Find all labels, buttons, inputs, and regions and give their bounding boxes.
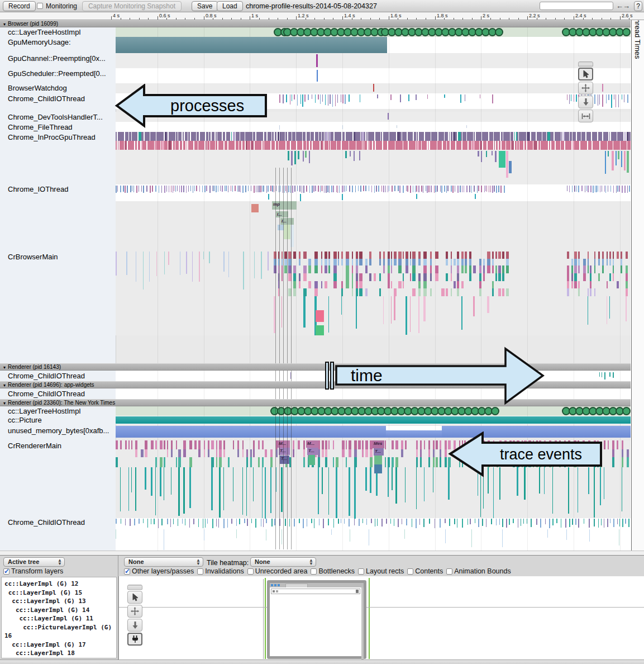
- palette-grip[interactable]: [578, 61, 593, 67]
- layer-tree-item[interactable]: cc::LayerImpl (G) 17: [4, 641, 116, 649]
- thread-label: BrowserWatchdog: [8, 84, 114, 92]
- track-cc-picture[interactable]: [116, 416, 631, 424]
- thread-times-panel[interactable]: Thread Times: [631, 12, 644, 551]
- track-chrome-inprocgputhread[interactable]: [116, 132, 631, 184]
- load-button[interactable]: Load: [217, 1, 243, 11]
- timeline-ruler[interactable]: 4 s0.6 s0.8 s1 s1.2 s1.4 s1.6 s1.8 s2 s2…: [0, 12, 644, 20]
- counter-bar[interactable]: [116, 426, 386, 438]
- help-button[interactable]: ?: [634, 1, 642, 11]
- thread-label: CrRendererMain: [8, 442, 114, 450]
- pan-tool-button[interactable]: [127, 605, 142, 618]
- frame-circle-event[interactable]: [622, 407, 631, 415]
- trace-event-tick[interactable]: [509, 161, 512, 173]
- trace-event-slice[interactable]: I...: [276, 211, 288, 217]
- ruler-tick-label: 1.8 s: [437, 13, 448, 18]
- quad-green-edge-left: [265, 578, 266, 659]
- trace-event-tick[interactable]: [373, 84, 374, 92]
- option-checkbox-bottlenecks[interactable]: [311, 568, 317, 575]
- trace-event-tick[interactable]: [308, 455, 315, 465]
- capture-monitoring-snapshot-button[interactable]: Capture Monitoring Snapshot: [82, 1, 182, 11]
- tile-heatmap-select[interactable]: None▲▼: [250, 557, 316, 567]
- layer-select[interactable]: None▲▼: [124, 557, 203, 567]
- search-input[interactable]: [540, 2, 613, 10]
- layer-quad-viewer[interactable]: [118, 576, 644, 660]
- trace-event-slice[interactable]: Mes: [373, 440, 384, 448]
- counter-bar[interactable]: [386, 430, 442, 438]
- track-gpuscheduler-preempted-0-[interactable]: [116, 68, 631, 83]
- counter-bar[interactable]: [116, 37, 387, 53]
- record-button[interactable]: Record: [3, 1, 36, 11]
- trace-event-tick[interactable]: [374, 464, 382, 473]
- process-header[interactable]: ▾Browser (pid 16099): [0, 20, 631, 27]
- trace-event-tick[interactable]: [316, 54, 318, 67]
- cursor-tool-button[interactable]: [578, 68, 593, 80]
- frame-circle-event[interactable]: [491, 407, 499, 415]
- trace-event-slice[interactable]: M...: [306, 440, 318, 448]
- trace-event-slice[interactable]: T...: [374, 448, 384, 456]
- trace-event-slice[interactable]: T...: [279, 448, 290, 455]
- layer-tree-item[interactable]: cc::LayerImpl (G) 11: [4, 614, 116, 623]
- layer-tree-list[interactable]: cc::LayerImpl (G) 12 cc::LayerImpl (G) 1…: [1, 577, 117, 658]
- track-chrome-iothread[interactable]: [116, 184, 631, 201]
- transform-layers-checkbox[interactable]: [3, 568, 9, 575]
- option-checkbox-animation-bounds[interactable]: [446, 568, 452, 575]
- track-cc-layertreehostimpl[interactable]: [116, 406, 631, 416]
- trace-event-slice[interactable]: T...: [307, 448, 318, 455]
- track-cc-layertreehostimpl[interactable]: [116, 27, 631, 37]
- track-chrome-childiothread[interactable]: [116, 518, 631, 551]
- option-checkbox-invalidations[interactable]: [197, 568, 203, 575]
- layer-tree-item[interactable]: cc::LayerImpl (G) 12: [4, 580, 116, 589]
- trace-event-tick[interactable]: [316, 325, 324, 335]
- collapse-triangle-icon[interactable]: ▾: [3, 383, 6, 388]
- track-crbrowsermain[interactable]: inpI...I...: [116, 201, 631, 335]
- zoom-vertical-tool-button[interactable]: [578, 96, 593, 108]
- option-checkbox-other-layers-passes[interactable]: [124, 568, 130, 575]
- pan-tool-button[interactable]: [578, 82, 593, 94]
- track-gpuchannel-preempting-0x-[interactable]: [116, 53, 631, 68]
- cursor-tool-button[interactable]: [127, 591, 142, 604]
- trace-event-tick[interactable]: [506, 151, 508, 178]
- frame-circle-event[interactable]: [622, 28, 631, 36]
- layer-tree-item[interactable]: cc::LayerImpl (G) 13: [4, 597, 116, 606]
- trace-event-tick[interactable]: [374, 456, 382, 464]
- thread-label: cc::LayerTreeHostImpl: [8, 407, 114, 415]
- layer-tree-item[interactable]: cc::LayerImpl 18: [4, 649, 116, 658]
- layer-tree-item[interactable]: cc::PictureLayerImpl (G) 16: [4, 623, 116, 641]
- layer-tree-item[interactable]: cc::LayerImpl (G) 15: [4, 589, 116, 597]
- trace-event-tick[interactable]: [602, 84, 603, 92]
- thread-label: Chrome_InProcGpuThread: [8, 133, 114, 141]
- zoom-vertical-tool-button[interactable]: [127, 619, 142, 632]
- palette-grip[interactable]: [127, 585, 142, 590]
- horizontal-scrollbar[interactable]: [0, 551, 644, 555]
- rotate-plug-tool-button[interactable]: [127, 633, 142, 646]
- collapse-triangle-icon[interactable]: ▾: [3, 22, 6, 27]
- track-gpumemoryusage-[interactable]: [116, 37, 631, 53]
- trace-event-slice[interactable]: M...: [278, 440, 290, 448]
- monitoring-checkbox[interactable]: [37, 3, 43, 9]
- option-checkbox-contents[interactable]: [407, 568, 413, 575]
- quad-horizontal-line: [119, 607, 644, 608]
- save-button[interactable]: Save: [192, 1, 218, 11]
- counter-bar[interactable]: [116, 416, 631, 424]
- option-checkbox-layout-rects[interactable]: [358, 568, 364, 575]
- collapse-triangle-icon[interactable]: ▾: [3, 401, 6, 406]
- trace-event-slice[interactable]: T...: [280, 456, 289, 464]
- collapse-triangle-icon[interactable]: ▾: [3, 365, 6, 370]
- option-checkbox-unrecorded-area[interactable]: [247, 568, 254, 575]
- trace-event-slice[interactable]: inp: [272, 201, 297, 210]
- trace-event-tick[interactable]: [316, 310, 324, 322]
- trace-event-tick[interactable]: [388, 113, 389, 120]
- frame-circle-event[interactable]: [495, 28, 503, 36]
- trace-event-tick[interactable]: [317, 70, 318, 82]
- trace-event-slice[interactable]: I...: [280, 218, 294, 225]
- option-label: Other layers/passes: [132, 567, 194, 575]
- find-next-icon[interactable]: →: [623, 2, 630, 10]
- layer-tree-item[interactable]: cc::LayerImpl (G) 14: [4, 606, 116, 615]
- trace-event-tick[interactable]: [290, 225, 294, 247]
- trace-event-tick[interactable]: [290, 372, 291, 379]
- trace-event-tick[interactable]: [278, 225, 284, 230]
- trace-event-tick[interactable]: [499, 151, 505, 168]
- tree-select[interactable]: Active tree▲▼: [3, 557, 65, 567]
- trace-event-tick[interactable]: [251, 204, 259, 212]
- fit-horizontal-tool-button[interactable]: [578, 110, 593, 122]
